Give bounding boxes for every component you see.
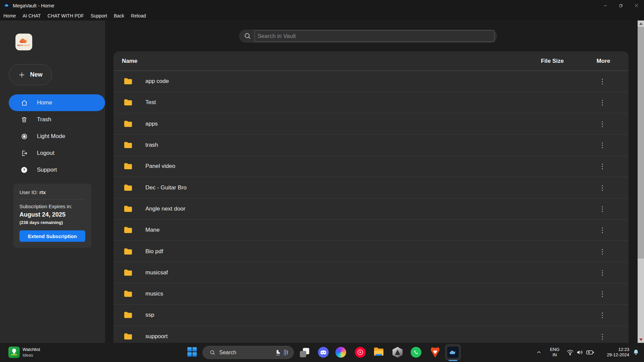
row-more-menu-icon[interactable]: ⋮ bbox=[598, 78, 606, 85]
table-row[interactable]: musics⋮ bbox=[113, 283, 629, 305]
table-row[interactable]: apps⋮ bbox=[113, 114, 629, 135]
extend-subscription-button[interactable]: Extend Subscription bbox=[19, 230, 85, 242]
close-button[interactable] bbox=[629, 0, 644, 11]
megavault-taskbar-button[interactable] bbox=[445, 345, 461, 360]
row-more-menu-icon[interactable]: ⋮ bbox=[598, 184, 606, 191]
sidebar-item-trash[interactable]: Trash bbox=[9, 111, 102, 128]
start-button[interactable] bbox=[187, 347, 197, 357]
taskbar-search-label: Search bbox=[219, 350, 275, 356]
scrollbar-thumb[interactable] bbox=[638, 27, 644, 259]
folder-icon bbox=[124, 184, 133, 191]
scroll-down-arrow[interactable] bbox=[638, 336, 644, 343]
table-row[interactable]: Mane⋮ bbox=[113, 220, 629, 241]
scrollbar[interactable] bbox=[638, 20, 644, 343]
active-app-indicator bbox=[449, 360, 457, 361]
titlebar: MegaVault - Home bbox=[0, 0, 644, 11]
sidebar-item-light-mode[interactable]: Light Mode bbox=[9, 128, 102, 145]
sidebar-item-label: Light Mode bbox=[37, 133, 65, 140]
sidebar-item-label: Trash bbox=[37, 116, 51, 123]
menu-item-chat-with-pdf[interactable]: CHAT WITH PDF bbox=[48, 13, 84, 18]
table-row[interactable]: ssp⋮ bbox=[113, 305, 629, 326]
sidebar-item-logout[interactable]: Logout bbox=[9, 145, 102, 162]
days-remaining: (238 days remaining) bbox=[19, 220, 85, 225]
table-row[interactable]: suppoort⋮ bbox=[113, 326, 629, 343]
row-more-menu-icon[interactable]: ⋮ bbox=[598, 248, 606, 255]
tray-chevron-icon[interactable] bbox=[536, 350, 542, 356]
table-row[interactable]: app code⋮ bbox=[113, 71, 629, 92]
home-icon bbox=[20, 99, 28, 106]
language-indicator[interactable]: ENG IN bbox=[547, 347, 562, 358]
menu-item-support[interactable]: Support bbox=[91, 13, 107, 18]
clock[interactable]: 12:23 29-12-2024 bbox=[607, 347, 630, 358]
whatsapp-icon[interactable] bbox=[411, 347, 421, 358]
logout-icon bbox=[20, 149, 28, 157]
window-controls bbox=[598, 0, 644, 11]
brave-icon[interactable] bbox=[430, 347, 441, 358]
task-view-button[interactable] bbox=[300, 348, 309, 357]
battery-icon[interactable] bbox=[586, 348, 595, 358]
new-button[interactable]: New bbox=[9, 64, 52, 85]
minimize-button[interactable] bbox=[598, 0, 613, 11]
table-row[interactable]: musicsaf⋮ bbox=[113, 262, 629, 283]
maximize-button[interactable] bbox=[613, 0, 629, 11]
table-row[interactable]: Test⋮ bbox=[113, 92, 629, 113]
app-window-icon bbox=[3, 3, 9, 9]
row-more-menu-icon[interactable]: ⋮ bbox=[598, 121, 606, 127]
table-row[interactable]: Panel video⋮ bbox=[113, 156, 629, 177]
row-more-menu-icon[interactable]: ⋮ bbox=[598, 206, 606, 212]
folder-name: musicsaf bbox=[145, 269, 168, 276]
search-seasonal-icons bbox=[275, 349, 289, 356]
taskbar-search[interactable]: Search bbox=[202, 346, 294, 359]
sidebar-item-home[interactable]: Home bbox=[9, 94, 105, 111]
vault-search bbox=[239, 30, 497, 43]
folder-name: suppoort bbox=[145, 333, 168, 340]
folder-icon bbox=[124, 311, 133, 319]
user-id: User ID: rtx bbox=[19, 189, 85, 195]
logo-wordmark: MEGA VAULT bbox=[17, 44, 30, 46]
skis-icon bbox=[282, 349, 289, 356]
sidebar-item-support[interactable]: ?Support bbox=[9, 162, 102, 178]
light-mode-icon bbox=[20, 133, 28, 140]
row-more-menu-icon[interactable]: ⋮ bbox=[598, 163, 606, 170]
youtube-music-icon[interactable] bbox=[355, 347, 366, 358]
menu-item-reload[interactable]: Reload bbox=[131, 13, 146, 18]
wifi-icon[interactable] bbox=[566, 348, 574, 358]
table-row[interactable]: Angle next door⋮ bbox=[113, 198, 629, 220]
card-divider bbox=[19, 199, 85, 199]
row-more-menu-icon[interactable]: ⋮ bbox=[598, 99, 606, 106]
menu-item-home[interactable]: Home bbox=[3, 13, 16, 18]
menu-item-ai-chat[interactable]: AI CHAT bbox=[22, 13, 41, 18]
copilot-icon[interactable] bbox=[335, 347, 346, 358]
menu-item-back[interactable]: Back bbox=[114, 13, 124, 18]
folder-name: trash bbox=[145, 142, 158, 148]
table-row[interactable]: trash⋮ bbox=[113, 135, 629, 156]
new-button-label: New bbox=[30, 71, 42, 78]
expires-date: August 24, 2025 bbox=[19, 211, 85, 218]
widgets-button[interactable]: Watchlist Ideas bbox=[8, 347, 40, 358]
row-more-menu-icon[interactable]: ⋮ bbox=[598, 142, 606, 148]
table-row[interactable]: Bio pdf⋮ bbox=[113, 241, 629, 262]
folder-rows: app code⋮Test⋮apps⋮trash⋮Panel video⋮Dec… bbox=[113, 71, 629, 343]
folder-name: Bio pdf bbox=[145, 248, 163, 255]
row-more-menu-icon[interactable]: ⋮ bbox=[598, 269, 606, 276]
vault-search-input[interactable] bbox=[255, 30, 495, 42]
folder-name: musics bbox=[145, 290, 163, 297]
discord-icon[interactable] bbox=[318, 347, 329, 358]
volume-icon[interactable] bbox=[576, 348, 584, 358]
scroll-up-arrow[interactable] bbox=[638, 20, 644, 27]
notification-bell-icon[interactable] bbox=[633, 349, 639, 357]
folder-icon bbox=[124, 99, 133, 106]
folder-icon bbox=[124, 290, 133, 298]
table-row[interactable]: Dec - Guitar Bro⋮ bbox=[113, 177, 629, 198]
lm-studio-icon[interactable] bbox=[392, 347, 403, 358]
folder-name: Dec - Guitar Bro bbox=[145, 184, 187, 191]
row-more-menu-icon[interactable]: ⋮ bbox=[598, 227, 606, 233]
row-more-menu-icon[interactable]: ⋮ bbox=[598, 312, 606, 318]
svg-text:?: ? bbox=[23, 168, 26, 172]
megavault-logo: MEGA VAULT bbox=[15, 34, 32, 50]
widget-title: Watchlist bbox=[22, 347, 40, 352]
row-more-menu-icon[interactable]: ⋮ bbox=[598, 333, 606, 340]
widget-icon bbox=[8, 347, 20, 358]
file-explorer-icon[interactable] bbox=[373, 347, 384, 358]
row-more-menu-icon[interactable]: ⋮ bbox=[598, 290, 606, 297]
